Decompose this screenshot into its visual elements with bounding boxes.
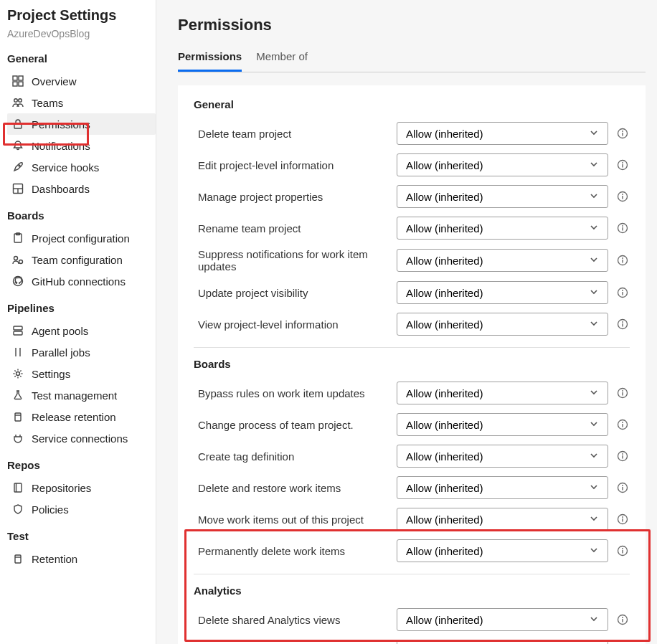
permission-dropdown[interactable]: Allow (inherited) (397, 281, 608, 304)
permission-value: Allow (inherited) (406, 191, 483, 203)
chevron-down-icon (589, 450, 599, 463)
info-icon[interactable] (615, 285, 630, 300)
info-icon[interactable] (615, 189, 630, 204)
info-icon[interactable] (615, 253, 630, 267)
nav-label: GitHub connections (32, 275, 126, 288)
permission-row: Create tag definitionAllow (inherited) (194, 440, 630, 472)
sidebar-item-policies[interactable]: Policies (7, 498, 156, 520)
permission-dropdown[interactable]: Allow (inherited) (397, 476, 608, 499)
permission-dropdown[interactable]: Allow (inherited) (397, 539, 608, 562)
permission-dropdown[interactable]: Allow (inherited) (397, 313, 608, 336)
permission-row: Delete team projectAllow (inherited) (194, 118, 630, 149)
permission-dropdown[interactable]: Allow (inherited) (397, 445, 608, 468)
info-icon[interactable] (615, 480, 630, 495)
svg-rect-23 (14, 483, 22, 492)
plug-icon (11, 432, 24, 445)
sidebar-item-team-config[interactable]: Team configuration (7, 249, 156, 270)
info-icon[interactable] (615, 449, 630, 463)
sidebar-item-parallel-jobs[interactable]: Parallel jobs (7, 341, 156, 363)
permission-dropdown[interactable]: Allow (inherited) (397, 217, 608, 240)
permission-row: Suppress notifications for work item upd… (194, 244, 630, 277)
permission-label: Change process of team project. (194, 419, 397, 431)
chevron-down-icon (589, 387, 599, 399)
svg-point-43 (622, 290, 623, 291)
permission-value: Allow (inherited) (406, 419, 483, 431)
permission-value: Allow (inherited) (406, 222, 483, 235)
teams-icon (11, 96, 24, 109)
info-icon[interactable] (615, 417, 630, 432)
permission-dropdown[interactable]: Allow (inherited) (397, 122, 608, 145)
permission-dropdown[interactable]: Allow (inherited) (397, 640, 608, 644)
sidebar-item-repositories[interactable]: Repositories (7, 477, 156, 498)
svg-point-20 (16, 372, 20, 376)
permission-dropdown[interactable]: Allow (inherited) (397, 382, 608, 404)
permission-value: Allow (inherited) (406, 614, 483, 626)
sidebar-item-test-mgmt[interactable]: Test management (7, 384, 156, 406)
nav-label: Project configuration (32, 232, 130, 245)
chevron-down-icon (589, 128, 599, 140)
info-icon[interactable] (615, 221, 630, 235)
sidebar-item-dashboards[interactable]: Dashboards (7, 178, 156, 199)
tab-permissions[interactable]: Permissions (178, 50, 242, 72)
svg-rect-16 (14, 326, 22, 330)
permission-label: Delete and restore work items (194, 482, 397, 494)
svg-point-52 (622, 422, 623, 423)
chevron-down-icon (589, 614, 599, 626)
sidebar-item-project-config[interactable]: Project configuration (7, 227, 156, 249)
github-icon (11, 275, 24, 288)
section-head-repos: Repos (7, 459, 156, 471)
sidebar-item-overview[interactable]: Overview (7, 70, 156, 92)
sidebar-item-agent-pools[interactable]: Agent pools (7, 320, 156, 341)
permission-value: Allow (inherited) (406, 450, 483, 463)
svg-rect-3 (19, 82, 23, 86)
chevron-down-icon (589, 222, 599, 235)
section-head-general: General (7, 52, 156, 65)
team-gear-icon (11, 253, 24, 266)
nav-label: Notifications (32, 140, 90, 152)
chevron-down-icon (589, 191, 599, 203)
sidebar-item-permissions[interactable]: Permissions (7, 113, 156, 135)
nav-label: Teams (32, 97, 63, 109)
section-head-pipelines: Pipelines (7, 302, 156, 314)
sidebar-item-notifications[interactable]: Notifications (7, 135, 156, 156)
tab-member-of[interactable]: Member of (256, 50, 308, 72)
svg-point-5 (19, 99, 22, 103)
info-icon[interactable] (615, 544, 630, 558)
sidebar-item-github[interactable]: GitHub connections (7, 270, 156, 292)
permission-label: Update project visibility (194, 287, 397, 299)
nav-label: Service hooks (32, 161, 99, 174)
permission-value: Allow (inherited) (406, 159, 483, 171)
sidebar-title: Project Settings (7, 7, 156, 24)
svg-rect-2 (13, 82, 17, 86)
sidebar-item-settings[interactable]: Settings (7, 363, 156, 384)
sidebar-item-service-connections[interactable]: Service connections (7, 427, 156, 449)
permission-row: View project-level informationAllow (inh… (194, 308, 630, 340)
info-icon[interactable] (615, 126, 630, 141)
sidebar-item-teams[interactable]: Teams (7, 92, 156, 113)
svg-rect-21 (15, 413, 21, 421)
section-head-boards: Boards (7, 209, 156, 222)
permission-dropdown[interactable]: Allow (inherited) (397, 508, 608, 531)
sidebar-item-retention[interactable]: Retention (7, 548, 156, 569)
nav-label: Settings (32, 368, 70, 380)
permission-row: Update project visibilityAllow (inherite… (194, 277, 630, 308)
permission-dropdown[interactable]: Allow (inherited) (397, 608, 608, 631)
repo-icon (11, 481, 24, 494)
info-icon[interactable] (615, 158, 630, 172)
info-icon[interactable] (615, 512, 630, 526)
svg-point-13 (14, 257, 18, 260)
svg-rect-0 (13, 76, 17, 80)
info-icon[interactable] (615, 317, 630, 331)
svg-point-58 (622, 485, 623, 486)
info-icon[interactable] (615, 386, 630, 400)
permission-dropdown[interactable]: Allow (inherited) (397, 413, 608, 436)
sidebar-item-release-retention[interactable]: Release retention (7, 406, 156, 427)
sidebar-item-service-hooks[interactable]: Service hooks (7, 156, 156, 178)
svg-point-34 (622, 194, 623, 195)
info-icon[interactable] (615, 612, 630, 627)
permission-label: Edit project-level information (194, 159, 397, 171)
permission-dropdown[interactable]: Allow (inherited) (397, 185, 608, 208)
permission-dropdown[interactable]: Allow (inherited) (397, 249, 608, 272)
permission-dropdown[interactable]: Allow (inherited) (397, 153, 608, 176)
chevron-down-icon (589, 318, 599, 331)
